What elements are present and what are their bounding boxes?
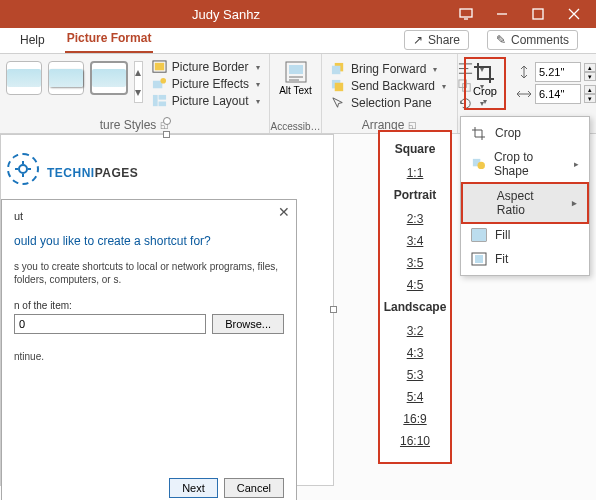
fit-icon <box>471 252 487 266</box>
svg-rect-6 <box>153 95 158 106</box>
effects-icon <box>152 77 167 91</box>
ratio-header-landscape: Landscape <box>380 296 450 320</box>
browse-button[interactable]: Browse... <box>212 314 284 334</box>
ratio-2-3[interactable]: 2:3 <box>380 208 450 230</box>
ratio-3-4[interactable]: 3:4 <box>380 230 450 252</box>
dialog-subtext: s you to create shortcuts to local or ne… <box>14 260 284 286</box>
svg-rect-10 <box>289 65 303 74</box>
share-button[interactable]: ↗Share <box>404 30 469 50</box>
canvas: TECHNIPAGES ✕ ut ould you like to create… <box>0 134 596 500</box>
crop-menu-shape[interactable]: Crop to Shape▸ <box>461 145 589 183</box>
width-icon <box>516 87 532 101</box>
crop-menu-fit[interactable]: Fit <box>461 247 589 271</box>
svg-rect-8 <box>158 102 166 107</box>
resize-handle-n[interactable] <box>163 131 170 138</box>
bring-forward-button[interactable]: Bring Forward▾ <box>328 61 449 77</box>
comments-button[interactable]: ✎Comments <box>487 30 578 50</box>
width-up[interactable]: ▴ <box>584 85 596 94</box>
svg-rect-16 <box>335 83 343 91</box>
height-input[interactable] <box>535 62 581 82</box>
send-backward-icon <box>331 79 346 93</box>
presentation-mode-icon[interactable] <box>448 0 484 28</box>
picture-style-3[interactable] <box>90 61 128 95</box>
ratio-header-square: Square <box>380 138 450 162</box>
crop-menu-fill[interactable]: Fill <box>461 223 589 247</box>
height-field[interactable]: ▴▾ <box>516 62 596 82</box>
arrange-launcher[interactable]: ◱ <box>408 120 417 130</box>
alt-text-icon <box>285 61 307 83</box>
svg-rect-7 <box>158 95 166 100</box>
next-button[interactable]: Next <box>169 478 218 498</box>
height-icon <box>516 65 532 79</box>
width-field[interactable]: ▴▾ <box>516 84 596 104</box>
width-down[interactable]: ▾ <box>584 94 596 103</box>
ratio-5-3[interactable]: 5:3 <box>380 364 450 386</box>
location-input[interactable] <box>14 314 206 334</box>
ratio-4-3[interactable]: 4:3 <box>380 342 450 364</box>
maximize-button[interactable] <box>520 0 556 28</box>
picture-layout-button[interactable]: Picture Layout▾ <box>149 93 263 109</box>
shortcut-wizard-dialog: ✕ ut ould you like to create a shortcut … <box>1 199 297 500</box>
titlebar-user: Judy Sanhz <box>4 7 448 22</box>
technipages-logo: TECHNIPAGES <box>1 135 333 195</box>
ratio-1-1[interactable]: 1:1 <box>380 162 450 184</box>
ratio-3-5[interactable]: 3:5 <box>380 252 450 274</box>
picture-style-1[interactable] <box>6 61 42 95</box>
crop-button[interactable]: Crop ▾ <box>464 57 506 110</box>
border-icon <box>152 60 167 74</box>
continue-text: ntinue. <box>14 350 284 363</box>
close-button[interactable] <box>556 0 592 28</box>
height-up[interactable]: ▴ <box>584 63 596 72</box>
titlebar: Judy Sanhz <box>0 0 596 28</box>
picture-styles-more[interactable]: ▴▾ <box>134 61 143 103</box>
selected-image[interactable]: TECHNIPAGES ✕ ut ould you like to create… <box>0 134 334 486</box>
layout-icon <box>152 94 167 108</box>
group-accessibility: Alt Text Accessib… <box>270 54 322 133</box>
share-icon: ↗ <box>413 33 423 47</box>
svg-point-22 <box>19 165 27 173</box>
crop-dropdown-menu: Crop Crop to Shape▸ Aspect Ratio▸ Fill F… <box>460 116 590 276</box>
ratio-header-portrait: Portrait <box>380 184 450 208</box>
ratio-16-10[interactable]: 16:10 <box>380 430 450 452</box>
svg-rect-26 <box>472 229 486 241</box>
dialog-close-button[interactable]: ✕ <box>278 204 290 220</box>
selection-pane-icon <box>331 96 346 110</box>
ratio-4-5[interactable]: 4:5 <box>380 274 450 296</box>
group-picture-styles: ▴▾ Picture Border▾ Picture Effects▾ Pict… <box>0 54 270 133</box>
svg-rect-3 <box>155 63 164 71</box>
svg-rect-28 <box>475 255 483 263</box>
minimize-button[interactable] <box>484 0 520 28</box>
ratio-5-4[interactable]: 5:4 <box>380 386 450 408</box>
resize-handle-e[interactable] <box>330 306 337 313</box>
group-arrange: Bring Forward▾ Send Backward▾ Selection … <box>322 54 458 133</box>
location-label: n of the item: <box>14 300 284 311</box>
fill-icon <box>471 228 487 242</box>
dialog-question: ould you like to create a shortcut for? <box>14 234 284 248</box>
dialog-title: ut <box>14 210 284 222</box>
tab-picture-format[interactable]: Picture Format <box>65 27 154 53</box>
send-backward-button[interactable]: Send Backward▾ <box>328 78 449 94</box>
alt-text-button[interactable]: Alt Text <box>276 57 315 96</box>
tab-bar: Help Picture Format ↗Share ✎Comments <box>0 28 596 54</box>
comment-icon: ✎ <box>496 33 506 47</box>
aspect-ratio-submenu: Square 1:1 Portrait 2:3 3:4 3:5 4:5 Land… <box>378 130 452 464</box>
crop-icon <box>472 61 498 85</box>
picture-effects-button[interactable]: Picture Effects▾ <box>149 76 263 92</box>
picture-border-button[interactable]: Picture Border▾ <box>149 59 263 75</box>
rotate-handle[interactable] <box>163 117 171 125</box>
svg-rect-1 <box>533 9 543 19</box>
height-down[interactable]: ▾ <box>584 72 596 81</box>
picture-style-2[interactable] <box>48 61 84 95</box>
crop-menu-crop[interactable]: Crop <box>461 121 589 145</box>
crop-icon <box>471 126 487 140</box>
tab-help[interactable]: Help <box>18 29 47 53</box>
shape-crop-icon <box>471 157 486 171</box>
ratio-3-2[interactable]: 3:2 <box>380 320 450 342</box>
crop-menu-aspect-ratio[interactable]: Aspect Ratio▸ <box>461 182 589 224</box>
ratio-16-9[interactable]: 16:9 <box>380 408 450 430</box>
cancel-button[interactable]: Cancel <box>224 478 284 498</box>
svg-rect-0 <box>460 9 472 17</box>
selection-pane-button[interactable]: Selection Pane <box>328 95 449 111</box>
width-input[interactable] <box>535 84 581 104</box>
gear-icon <box>7 153 39 185</box>
